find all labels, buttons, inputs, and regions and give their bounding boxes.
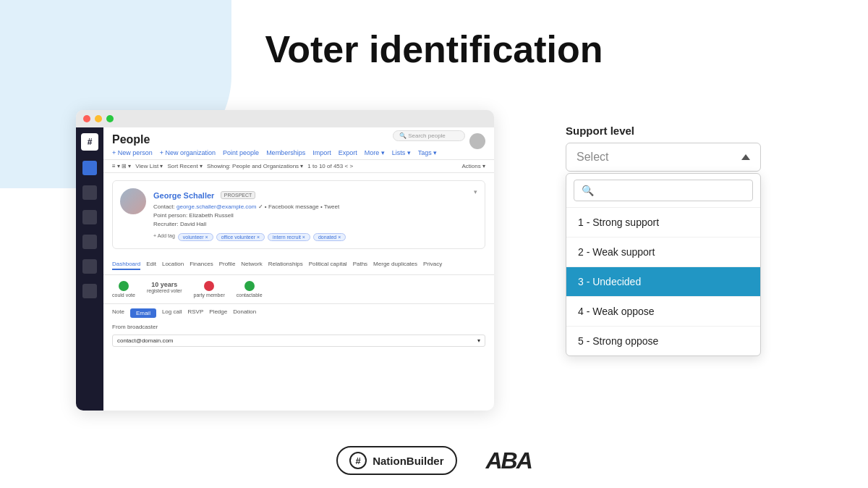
footer: # NationBuilder ABA	[0, 446, 868, 475]
tab-profile[interactable]: Profile	[219, 261, 236, 270]
avatar	[469, 133, 485, 149]
tab-edit[interactable]: Edit	[146, 261, 156, 270]
select-placeholder: Select	[576, 151, 608, 164]
hash-icon: #	[349, 452, 367, 469]
aba-label: ABA	[486, 447, 532, 474]
nav-memberships[interactable]: Memberships	[266, 149, 305, 156]
dropdown-item-3[interactable]: 3 - Undecided	[566, 267, 760, 297]
sidebar-icon-calendar[interactable]	[82, 235, 97, 249]
sidebar-logo[interactable]: #	[81, 133, 98, 151]
person-info: Contact: george.schaller@example.com ✓ •…	[153, 203, 474, 229]
support-level-label: Support level	[566, 125, 761, 137]
nav-more[interactable]: More ▾	[365, 149, 385, 156]
tab-donation[interactable]: Donation	[233, 308, 256, 318]
tab-relationships[interactable]: Relationships	[268, 261, 303, 270]
sidebar-icon-settings[interactable]	[82, 259, 97, 274]
tab-rsvp[interactable]: RSVP	[188, 308, 204, 318]
nav-new-person[interactable]: + New person	[112, 149, 153, 156]
check-icon	[119, 281, 129, 291]
search-row	[566, 174, 760, 208]
toolbar-count: 1 to 10 of 453 < >	[307, 163, 353, 169]
people-header: People 🔍 Search people + New person + Ne…	[103, 127, 494, 160]
tab-paths[interactable]: Paths	[353, 261, 367, 270]
tab-merge[interactable]: Merge duplicates	[373, 261, 417, 270]
prospect-badge: PROSPECT	[221, 191, 256, 199]
voter-stat-registered: 10 years registered voter	[147, 281, 182, 298]
main-content: People 🔍 Search people + New person + Ne…	[103, 127, 494, 411]
tag-donated[interactable]: donated ×	[313, 233, 346, 241]
tab-pledge[interactable]: Pledge	[209, 308, 227, 318]
voter-stat-party: party member	[194, 281, 225, 298]
dropdown-item-5[interactable]: 5 - Strong oppose	[566, 327, 760, 356]
person-name: George Schaller	[153, 191, 214, 200]
nav-lists[interactable]: Lists ▾	[392, 149, 411, 156]
party-icon	[204, 281, 214, 291]
dropdown-item-4[interactable]: 4 - Weak oppose	[566, 297, 760, 327]
tab-finances[interactable]: Finances	[190, 261, 213, 270]
close-button-icon[interactable]	[83, 115, 90, 122]
dropdown-panel: 1 - Strong support 2 - Weak support 3 - …	[566, 173, 761, 356]
select-box[interactable]: Select	[566, 143, 761, 172]
nav-export[interactable]: Export	[339, 149, 357, 156]
nav-tags[interactable]: Tags ▾	[418, 149, 438, 156]
search-input[interactable]: 🔍 Search people	[393, 130, 465, 141]
toolbar-filter[interactable]: ≡ ▾ ⊞ ▾	[112, 163, 131, 169]
people-nav: + New person + New organization Point pe…	[112, 149, 485, 156]
tab-network[interactable]: Network	[241, 261, 262, 270]
toolbar-sort[interactable]: Sort Recent ▾	[167, 163, 202, 169]
page-title: Voter identification	[0, 28, 868, 71]
sub-nav: Dashboard Edit Location Finances Profile…	[103, 256, 494, 275]
expand-icon[interactable]: ▾	[474, 188, 477, 195]
toolbar-actions[interactable]: Actions ▾	[462, 163, 485, 169]
nationbuilder-logo: # NationBuilder	[336, 446, 456, 475]
tab-note[interactable]: Note	[112, 308, 124, 318]
voter-info: could vote 10 years registered voter par…	[103, 275, 494, 304]
sidebar-icon-dashboard[interactable]	[82, 161, 97, 175]
browser-content: # People 🔍 Search people + New pe	[76, 127, 494, 411]
tab-dashboard[interactable]: Dashboard	[112, 261, 140, 270]
tab-political-capital[interactable]: Political capital	[309, 261, 347, 270]
browser-mockup: # People 🔍 Search people + New pe	[76, 110, 494, 411]
avatar	[120, 188, 146, 214]
sidebar-icon-people[interactable]	[82, 185, 97, 200]
dropdown-item-1[interactable]: 1 - Strong support	[566, 208, 760, 237]
browser-titlebar	[76, 110, 494, 127]
toolbar-view[interactable]: View List ▾	[135, 163, 163, 169]
sidebar-icon-user[interactable]	[82, 284, 97, 298]
tags-container: + Add tag volunteer × office volunteer ×…	[153, 233, 474, 241]
tab-privacy[interactable]: Privacy	[423, 261, 442, 270]
tab-log-call[interactable]: Log call	[162, 308, 182, 318]
tag-add[interactable]: + Add tag	[153, 233, 175, 241]
person-card: George Schaller PROSPECT Contact: george…	[112, 180, 485, 249]
people-title: People	[112, 133, 150, 146]
tag-office-volunteer[interactable]: office volunteer ×	[216, 233, 265, 241]
nationbuilder-label: NationBuilder	[373, 455, 443, 467]
maximize-button-icon[interactable]	[106, 115, 114, 122]
contactable-icon	[244, 281, 255, 291]
minimize-button-icon[interactable]	[95, 115, 102, 122]
sidebar-icon-chat[interactable]	[82, 210, 97, 224]
support-panel: Support level Select 1 - Strong support …	[566, 125, 761, 356]
action-tabs: Note Email Log call RSVP Pledge Donation	[103, 304, 494, 322]
sidebar: #	[76, 127, 103, 411]
dropdown-search-input[interactable]	[574, 180, 753, 201]
dropdown-item-2[interactable]: 2 - Weak support	[566, 237, 760, 267]
aba-logo: ABA	[486, 447, 532, 474]
tab-location[interactable]: Location	[162, 261, 184, 270]
voter-stat-contactable: contactable	[237, 281, 263, 298]
tag-intern-recruit[interactable]: intern recruit ×	[268, 233, 310, 241]
nav-import[interactable]: Import	[312, 149, 331, 156]
tab-email[interactable]: Email	[130, 308, 156, 318]
tag-volunteer[interactable]: volunteer ×	[178, 233, 213, 241]
toolbar: ≡ ▾ ⊞ ▾ View List ▾ Sort Recent ▾ Showin…	[103, 160, 494, 173]
chevron-up-icon	[741, 154, 750, 160]
dropdown-icon[interactable]: ▾	[477, 337, 480, 344]
email-field[interactable]: contact@domain.com ▾	[112, 335, 485, 347]
toolbar-showing: Showing: People and Organizations ▾	[207, 163, 303, 169]
from-broadcaster-label: From broadcaster	[103, 322, 494, 332]
email-value: contact@domain.com	[117, 337, 174, 344]
voter-stat-could-vote: could vote	[112, 281, 135, 298]
nav-point-people[interactable]: Point people	[223, 149, 259, 156]
nav-new-org[interactable]: + New organization	[160, 149, 216, 156]
